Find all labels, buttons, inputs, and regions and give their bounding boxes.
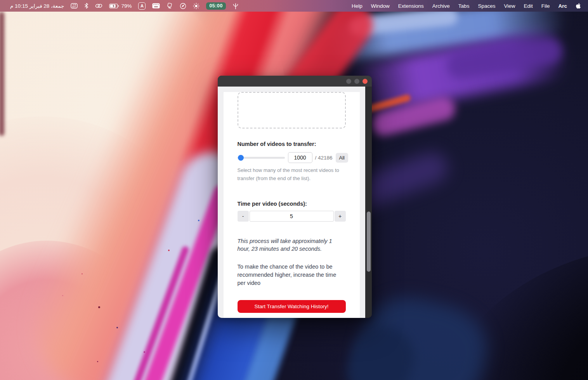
videos-count-label: Number of videos to transfer: (238, 141, 346, 147)
menu-archive[interactable]: Archive (432, 3, 450, 9)
bluetooth-icon[interactable] (84, 2, 88, 9)
menu-view[interactable]: View (504, 3, 515, 9)
paint-splatter-dot (62, 295, 63, 296)
window-minimize-button[interactable] (354, 79, 359, 84)
videos-count-row: / 42186 All (238, 152, 346, 163)
videos-total-label: / 42186 (315, 155, 333, 161)
increment-button[interactable]: + (335, 211, 346, 222)
battery-status[interactable]: 79% (109, 2, 132, 9)
window-titlebar[interactable] (218, 76, 372, 87)
menu-extensions[interactable]: Extensions (398, 3, 424, 9)
menu-tabs[interactable]: Tabs (458, 3, 470, 9)
timer-badge[interactable]: 05:00 (206, 2, 225, 10)
window-zoom-button[interactable] (346, 79, 351, 84)
link-icon[interactable] (95, 2, 102, 9)
videos-count-input[interactable] (288, 152, 312, 163)
popup-page: Number of videos to transfer: / 42186 Al… (218, 87, 365, 318)
menu-help[interactable]: Help (352, 3, 363, 9)
duration-estimate-text: This process will take approximately 1 h… (238, 237, 346, 253)
paint-splatter-dot (198, 220, 199, 221)
paint-splatter-dot (97, 361, 98, 362)
paint-splatter-dot (144, 351, 145, 353)
menu-file[interactable]: File (541, 3, 550, 9)
wallpaper-layer (0, 12, 4, 136)
paint-splatter-dot (82, 273, 83, 274)
input-source-icon[interactable]: A (138, 2, 146, 10)
all-button[interactable]: All (336, 153, 348, 163)
window-close-button[interactable] (363, 79, 368, 84)
scrollbar-thumb[interactable] (367, 212, 371, 272)
extension-popup-window: Number of videos to transfer: / 42186 Al… (218, 76, 372, 318)
slider-thumb[interactable] (238, 155, 244, 161)
menu-bar: جمعة، 28 فبراير 10:15 م (0, 0, 588, 12)
psi-trident-icon[interactable] (232, 2, 239, 9)
empty-dropzone-placeholder (238, 92, 346, 128)
paint-splatter-dot (98, 306, 100, 308)
videos-count-help-text: Select how many of the most recent video… (238, 167, 346, 183)
menu-spaces[interactable]: Spaces (478, 3, 495, 9)
time-per-video-label: Time per video (seconds): (238, 201, 346, 207)
compass-icon[interactable] (180, 2, 186, 9)
scrollbar-track[interactable] (365, 87, 372, 318)
time-per-video-input[interactable] (250, 211, 334, 222)
start-transfer-button[interactable]: Start Transfer Watching History! (238, 300, 346, 313)
recommendation-tip-text: To make the chance of the video to be re… (238, 263, 346, 287)
menu-bar-menus: Help Window Extensions Archive Tabs Spac… (352, 2, 588, 9)
menu-edit[interactable]: Edit (524, 3, 532, 9)
videos-count-slider[interactable] (238, 155, 285, 161)
control-center-icon[interactable] (71, 2, 78, 9)
menu-window[interactable]: Window (371, 3, 390, 9)
time-per-video-stepper: - + (238, 211, 346, 222)
battery-percent-label: 79% (121, 3, 132, 9)
menu-bar-clock[interactable]: جمعة، 28 فبراير 10:15 م (10, 3, 64, 9)
menu-bar-status-cluster: جمعة، 28 فبراير 10:15 م (0, 2, 239, 10)
transfer-form-card: Number of videos to transfer: / 42186 Al… (224, 92, 360, 318)
stacked-cards-icon[interactable] (167, 2, 173, 9)
keyboard-icon[interactable] (152, 2, 160, 9)
brightness-icon[interactable] (193, 2, 199, 9)
paint-splatter-dot (116, 327, 118, 328)
slider-track[interactable] (238, 157, 285, 159)
menu-app-arc[interactable]: Arc (558, 3, 567, 9)
apple-logo-icon[interactable] (576, 2, 581, 9)
paint-splatter-dot (168, 250, 170, 251)
battery-charging-icon (109, 2, 119, 9)
decrement-button[interactable]: - (238, 211, 249, 222)
